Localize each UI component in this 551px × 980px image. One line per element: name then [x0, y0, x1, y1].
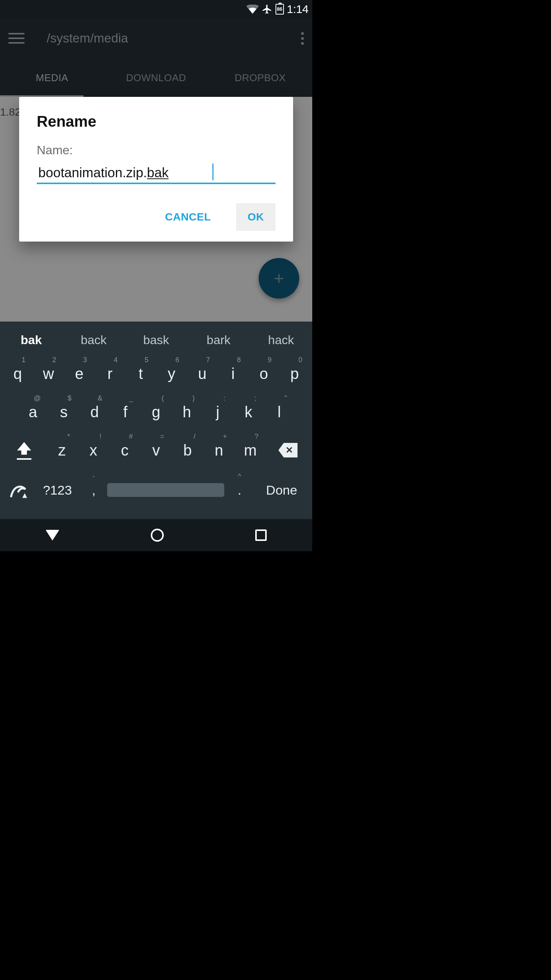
key-w[interactable]: 2w: [33, 355, 64, 392]
key-v[interactable]: =v: [140, 432, 172, 469]
key-i[interactable]: 8i: [218, 355, 248, 392]
key-r[interactable]: 4r: [95, 355, 125, 392]
key-d[interactable]: &d: [79, 394, 110, 430]
ok-button[interactable]: OK: [236, 203, 276, 231]
key-l[interactable]: "l: [264, 394, 295, 430]
status-clock: 1:14: [287, 3, 308, 16]
period-key[interactable]: ^ .: [224, 471, 255, 509]
rename-dialog: Rename Name: bootanimation.zip.bak CANCE…: [19, 97, 293, 242]
suggestion-4[interactable]: hack: [250, 333, 312, 347]
key-x[interactable]: !x: [78, 432, 109, 469]
key-t[interactable]: 5t: [126, 355, 156, 392]
battery-icon: 86: [276, 4, 284, 15]
key-z[interactable]: *z: [46, 432, 78, 469]
recents-nav-button[interactable]: [255, 529, 267, 541]
key-q[interactable]: 1q: [2, 355, 33, 392]
key-g[interactable]: (g: [141, 394, 171, 430]
rename-input[interactable]: bootanimation.zip.bak: [37, 164, 276, 184]
dialog-title: Rename: [37, 113, 276, 130]
navigation-bar: [0, 519, 312, 551]
airplane-mode-icon: [262, 4, 272, 15]
swype-key[interactable]: [4, 471, 34, 509]
key-y[interactable]: 6y: [156, 355, 187, 392]
dialog-field-label: Name:: [37, 143, 276, 157]
soft-keyboard: bak back bask bark hack 1q2w3e4r5t6y7u8i…: [0, 322, 312, 519]
symbols-key[interactable]: ?123: [34, 471, 80, 509]
key-p[interactable]: 0p: [279, 355, 310, 392]
shift-key[interactable]: [2, 432, 46, 469]
suggestion-0[interactable]: bak: [0, 333, 62, 347]
key-n[interactable]: +n: [203, 432, 235, 469]
suggestion-3[interactable]: bark: [187, 333, 250, 347]
key-b[interactable]: /b: [172, 432, 203, 469]
key-f[interactable]: _f: [110, 394, 140, 430]
text-cursor: [212, 163, 214, 180]
home-nav-button[interactable]: [151, 529, 164, 542]
key-s[interactable]: $s: [48, 394, 79, 430]
wifi-icon: [246, 5, 259, 14]
suggestion-bar: bak back bask bark hack: [0, 326, 312, 354]
key-k[interactable]: ;k: [233, 394, 264, 430]
key-o[interactable]: 9o: [248, 355, 279, 392]
key-a[interactable]: @a: [18, 394, 48, 430]
status-bar: 86 1:14: [0, 0, 312, 18]
key-e[interactable]: 3e: [64, 355, 95, 392]
key-j[interactable]: :j: [202, 394, 233, 430]
backspace-key[interactable]: ✕: [266, 432, 310, 469]
cancel-button[interactable]: CANCEL: [153, 203, 222, 231]
back-nav-button[interactable]: [46, 530, 59, 541]
space-key[interactable]: [107, 471, 224, 509]
key-c[interactable]: #c: [109, 432, 140, 469]
suggestion-1[interactable]: back: [62, 333, 125, 347]
key-u[interactable]: 7u: [187, 355, 217, 392]
backspace-icon: ✕: [279, 443, 298, 457]
done-key[interactable]: Done: [255, 471, 308, 509]
comma-key[interactable]: - ,: [80, 471, 107, 509]
suggestion-2[interactable]: bask: [125, 333, 187, 347]
key-m[interactable]: ?m: [235, 432, 266, 469]
key-h[interactable]: )h: [171, 394, 202, 430]
